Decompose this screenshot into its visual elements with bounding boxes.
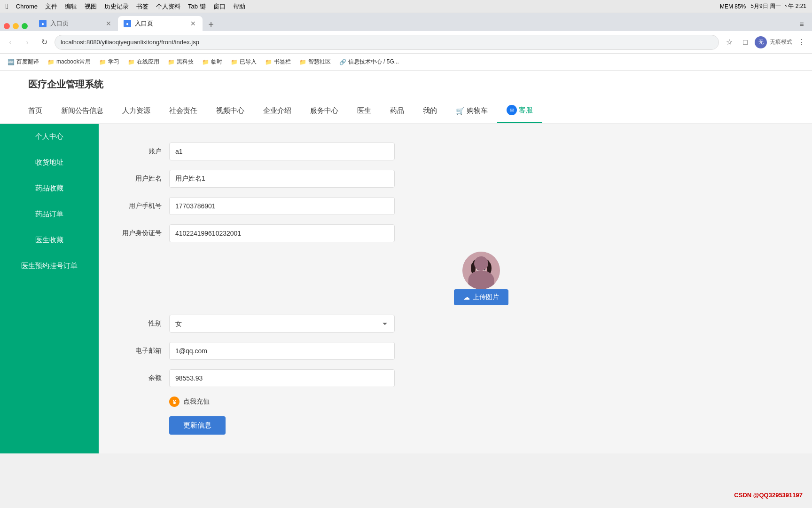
sidebar-medicine-order[interactable]: 药品订单 — [0, 201, 99, 227]
tab-1-title: 入口页 — [50, 19, 101, 28]
bm-it-label: 信息技术中心 / 5G... — [348, 58, 399, 66]
menu-bookmarks[interactable]: 书签 — [136, 2, 148, 11]
maximize-window-btn[interactable] — [22, 23, 28, 29]
bm-imported[interactable]: 📁 已导入 — [227, 56, 260, 68]
sidebar-personal-center[interactable]: 个人中心 — [0, 124, 99, 150]
nav-social[interactable]: 社会责任 — [160, 100, 207, 122]
bm-online-label: 在线应用 — [137, 58, 159, 66]
tab-2[interactable]: ● 入口页 ✕ — [118, 16, 203, 31]
close-window-btn[interactable] — [4, 23, 10, 29]
svg-point-6 — [487, 262, 492, 274]
nav-mine[interactable]: 我的 — [414, 100, 446, 122]
form-row-balance: 余额 — [117, 369, 793, 387]
balance-input[interactable] — [169, 369, 395, 387]
sidebar-doctor-appointment[interactable]: 医生预约挂号订单 — [0, 253, 99, 279]
sidebar-doctor-collect[interactable]: 医生收藏 — [0, 227, 99, 253]
bm-it-5g[interactable]: 🔗 信息技术中心 / 5G... — [336, 56, 403, 68]
menu-window[interactable]: 窗口 — [213, 2, 226, 11]
form-area: 账户 用户姓名 用户手机号 用户身份证号 — [99, 124, 812, 453]
datetime: 5月9日 周一 下午 2:21 — [750, 2, 806, 10]
username-label: 用户姓名 — [117, 175, 169, 183]
forward-btn[interactable]: › — [21, 36, 34, 49]
tab-2-favicon: ● — [124, 20, 131, 27]
service-icon: ✉ — [507, 105, 517, 115]
nav-news[interactable]: 新闻公告信息 — [52, 100, 113, 122]
bm-tech[interactable]: 📁 黑科技 — [164, 56, 197, 68]
menu-chrome[interactable]: Chrome — [16, 3, 38, 10]
chrome-menu-btn[interactable]: ⋮ — [795, 36, 808, 49]
bookmark-star-icon[interactable]: ☆ — [723, 36, 736, 49]
menu-file[interactable]: 文件 — [45, 2, 57, 11]
form-row-phone: 用户手机号 — [117, 197, 793, 215]
new-tab-btn[interactable]: + — [204, 18, 218, 31]
bm-temp-label: 临时 — [211, 58, 222, 66]
sidebar-address[interactable]: 收货地址 — [0, 150, 99, 175]
nav-service-center[interactable]: 服务中心 — [301, 100, 348, 122]
tab-2-close[interactable]: ✕ — [189, 19, 197, 28]
svg-point-7 — [476, 269, 479, 271]
phone-input[interactable] — [169, 197, 395, 215]
tab-1-favicon: ● — [39, 20, 47, 27]
nav-doctor[interactable]: 医生 — [348, 100, 381, 122]
tabbar: ● 入口页 ✕ ● 入口页 ✕ + ≡ — [0, 13, 812, 31]
menu-profile[interactable]: 个人资料 — [156, 2, 180, 11]
nav-cart[interactable]: 🛒 购物车 — [446, 100, 497, 122]
bm-online[interactable]: 📁 在线应用 — [124, 56, 163, 68]
nav-customer-service[interactable]: ✉ 客服 — [497, 98, 542, 123]
account-input[interactable] — [169, 143, 395, 160]
svg-point-11 — [480, 271, 482, 273]
gender-select[interactable]: 女 男 — [169, 315, 395, 333]
svg-point-5 — [471, 262, 476, 274]
site-title: 医疗企业管理系统 — [28, 79, 103, 89]
minimize-window-btn[interactable] — [13, 23, 19, 29]
nav-home[interactable]: 首页 — [19, 100, 52, 122]
bm-temp[interactable]: 📁 临时 — [198, 56, 226, 68]
charge-row[interactable]: ¥ 点我充值 — [117, 397, 793, 407]
id-label: 用户身份证号 — [117, 229, 169, 238]
addressbar-right: ☆ □ 无 无痕模式 ⋮ — [723, 36, 808, 49]
submit-btn[interactable]: 更新信息 — [169, 416, 226, 435]
bm-imported-label: 已导入 — [240, 58, 257, 66]
url-bar[interactable]: localhost:8080/yiliaoqiyeguanlixitong/fr… — [55, 35, 719, 50]
service-label: 客服 — [519, 106, 533, 115]
menu-help[interactable]: 帮助 — [233, 2, 245, 11]
apple-menu[interactable]:  — [6, 2, 8, 11]
tab-1[interactable]: ● 入口页 ✕ — [33, 16, 118, 31]
form-row-gender: 性别 女 男 — [117, 315, 793, 333]
menu-history[interactable]: 历史记录 — [104, 2, 129, 11]
nav-medicine[interactable]: 药品 — [381, 100, 414, 122]
bm-macbook-label: macbook常用 — [56, 58, 91, 66]
tab-1-close[interactable]: ✕ — [105, 19, 112, 28]
translate-icon: 🔤 — [8, 59, 15, 65]
desktop-icon[interactable]: □ — [739, 36, 752, 49]
link-icon: 🔗 — [339, 59, 346, 65]
menu-edit[interactable]: 编辑 — [65, 2, 77, 11]
bm-translate[interactable]: 🔤 百度翻译 — [4, 56, 43, 68]
upload-btn[interactable]: ☁ 上传图片 — [454, 289, 508, 305]
nav-hr[interactable]: 人力资源 — [113, 100, 160, 122]
reload-btn[interactable]: ↻ — [38, 36, 51, 49]
nav-video[interactable]: 视频中心 — [207, 100, 254, 122]
phone-label: 用户手机号 — [117, 202, 169, 210]
id-input[interactable] — [169, 224, 395, 242]
bm-study[interactable]: 📁 学习 — [95, 56, 123, 68]
username-input[interactable] — [169, 170, 395, 188]
folder-icon-5: 📁 — [202, 59, 209, 65]
back-btn[interactable]: ‹ — [4, 36, 17, 49]
bm-macbook[interactable]: 📁 macbook常用 — [44, 56, 94, 68]
email-label: 电子邮箱 — [117, 347, 169, 355]
site-header: 医疗企业管理系统 — [0, 71, 812, 98]
email-input[interactable] — [169, 342, 395, 360]
form-row-email: 电子邮箱 — [117, 342, 793, 360]
profile-avatar[interactable]: 无 — [755, 36, 767, 48]
svg-point-1 — [468, 276, 494, 289]
upload-label: 上传图片 — [473, 293, 499, 302]
tab-menu-btn[interactable]: ≡ — [795, 18, 808, 31]
bm-smart-community[interactable]: 📁 智慧社区 — [296, 56, 335, 68]
nav-about[interactable]: 企业介绍 — [254, 100, 301, 122]
bm-bar[interactable]: 📁 书签栏 — [261, 56, 295, 68]
menu-tab[interactable]: Tab 键 — [188, 2, 206, 11]
sidebar-medicine-collect[interactable]: 药品收藏 — [0, 175, 99, 201]
menu-view[interactable]: 视图 — [85, 2, 97, 11]
incognito-label: 无痕模式 — [770, 38, 792, 46]
